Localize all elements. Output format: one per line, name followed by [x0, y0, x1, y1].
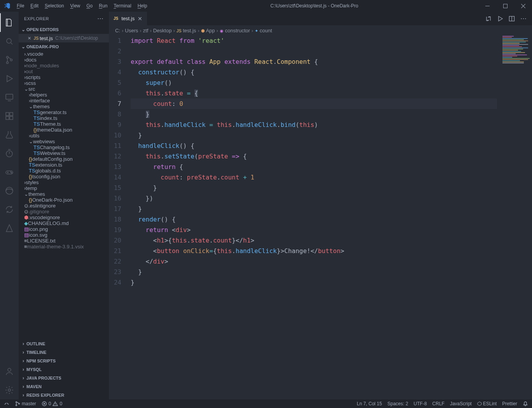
- section-outline[interactable]: ›OUTLINE: [19, 339, 109, 348]
- section-npm-scripts[interactable]: ›NPM SCRIPTS: [19, 357, 109, 365]
- indent-indicator[interactable]: Spaces: 2: [387, 401, 408, 406]
- breadcrumb-segment[interactable]: C:: [115, 28, 120, 33]
- file-item[interactable]: {}OneDark-Pro.json: [19, 197, 109, 203]
- split-icon[interactable]: [509, 16, 515, 22]
- file-item[interactable]: TSChangelog.ts: [19, 144, 109, 150]
- file-item[interactable]: ≡LICENSE.txt: [19, 238, 109, 244]
- timer-icon[interactable]: [0, 144, 19, 163]
- menu-terminal[interactable]: Terminal: [110, 3, 134, 9]
- file-item[interactable]: TSTheme.ts: [19, 121, 109, 127]
- gamepad-icon[interactable]: [0, 163, 19, 181]
- file-item[interactable]: ≡material-theme-3.9.1.vsix: [19, 244, 109, 250]
- menu-run[interactable]: Run: [96, 3, 110, 9]
- file-item[interactable]: ⊙.gitignore: [19, 209, 109, 215]
- eslint-indicator[interactable]: ESLint: [477, 401, 497, 406]
- breadcrumb[interactable]: C: › Users › ztf › Desktop › JS test.js …: [109, 25, 532, 35]
- source-control-icon[interactable]: [0, 51, 19, 69]
- section-redis-explorer[interactable]: ›REDIS EXPLORER: [19, 391, 109, 399]
- problems-indicator[interactable]: 0 0: [42, 401, 62, 406]
- search-icon[interactable]: [0, 32, 19, 51]
- remote-icon[interactable]: [0, 88, 19, 107]
- file-item[interactable]: ⬢.vscodeignore: [19, 215, 109, 220]
- file-item[interactable]: ▨icon.png: [19, 226, 109, 232]
- file-item[interactable]: {}themeData.json: [19, 127, 109, 133]
- explorer-icon[interactable]: [0, 13, 19, 32]
- menu-selection[interactable]: Selection: [42, 3, 67, 9]
- folder-item[interactable]: ›scripts: [19, 74, 109, 80]
- folder-item[interactable]: ›out: [19, 69, 109, 74]
- breadcrumb-segment[interactable]: ⬢ App: [201, 28, 215, 33]
- prettier-indicator[interactable]: Prettier: [502, 401, 517, 406]
- menu-go[interactable]: Go: [83, 3, 96, 9]
- eol-indicator[interactable]: CRLF: [432, 401, 444, 406]
- run-icon[interactable]: [497, 16, 503, 22]
- file-item[interactable]: TSWebview.ts: [19, 150, 109, 156]
- breadcrumb-segment[interactable]: ✦ count: [255, 28, 272, 33]
- folder-item[interactable]: ⌄themes: [19, 191, 109, 197]
- cursor-position[interactable]: Ln 7, Col 15: [357, 401, 382, 406]
- close-tab-icon[interactable]: ✕: [138, 16, 142, 22]
- breadcrumb-segment[interactable]: ztf: [143, 28, 149, 33]
- section-mysql[interactable]: ›MYSQL: [19, 365, 109, 374]
- folder-item[interactable]: ⌄src: [19, 86, 109, 92]
- minimap[interactable]: [501, 35, 532, 113]
- maximize-button[interactable]: [496, 0, 514, 12]
- notifications-icon[interactable]: [523, 401, 528, 406]
- folder-item[interactable]: ›helpers: [19, 92, 109, 98]
- edge-icon[interactable]: [0, 181, 19, 200]
- folder-item[interactable]: ›styles: [19, 179, 109, 185]
- more-icon[interactable]: ⋯: [520, 15, 527, 22]
- language-indicator[interactable]: JavaScript: [450, 401, 472, 406]
- file-item[interactable]: TSextension.ts: [19, 162, 109, 168]
- section-java-projects[interactable]: ›JAVA PROJECTS: [19, 374, 109, 382]
- section-maven[interactable]: ›MAVEN: [19, 382, 109, 391]
- run-debug-icon[interactable]: [0, 69, 19, 88]
- file-item[interactable]: ◆CHANGELOG.md: [19, 220, 109, 226]
- extensions-icon[interactable]: [0, 107, 19, 125]
- settings-icon[interactable]: [0, 381, 19, 399]
- folder-item[interactable]: ›temp: [19, 185, 109, 191]
- minimize-button[interactable]: [478, 0, 496, 12]
- account-icon[interactable]: [0, 362, 19, 381]
- breadcrumb-segment[interactable]: Desktop: [153, 28, 172, 33]
- sidebar-more-icon[interactable]: ⋯: [97, 15, 104, 22]
- file-item[interactable]: TSgenerator.ts: [19, 109, 109, 115]
- folder-item[interactable]: ›.vscode: [19, 51, 109, 57]
- close-icon[interactable]: ✕: [26, 36, 33, 41]
- menu-view[interactable]: View: [67, 3, 83, 9]
- encoding-indicator[interactable]: UTF-8: [414, 401, 427, 406]
- folder-item[interactable]: ›scss: [19, 80, 109, 86]
- folder-item[interactable]: ⌄themes: [19, 104, 109, 109]
- testing-icon[interactable]: [0, 125, 19, 144]
- breadcrumb-segment[interactable]: JS test.js: [177, 28, 196, 33]
- ts-icon: TS: [33, 109, 40, 115]
- compare-icon[interactable]: [485, 16, 492, 22]
- open-editor-item[interactable]: ✕ JS test.js C:\Users\ztf\Desktop: [19, 34, 109, 42]
- sync-icon[interactable]: [0, 200, 19, 219]
- file-item[interactable]: {}defaultConfig.json: [19, 156, 109, 162]
- file-item[interactable]: {}tsconfig.json: [19, 174, 109, 179]
- menu-edit[interactable]: Edit: [27, 3, 42, 9]
- code-editor[interactable]: 123456789101112131415161718192021222324 …: [109, 35, 532, 399]
- file-item[interactable]: ⊙.eslintignore: [19, 203, 109, 209]
- open-editors-header[interactable]: ⌄ OPEN EDITORS: [19, 25, 109, 34]
- remote-button[interactable]: [4, 401, 9, 406]
- folder-item[interactable]: ›utils: [19, 133, 109, 139]
- branch-indicator[interactable]: master: [15, 401, 36, 406]
- folder-item[interactable]: ›docs: [19, 57, 109, 63]
- menu-file[interactable]: File: [14, 3, 27, 9]
- file-item[interactable]: ▨icon.svg: [19, 232, 109, 238]
- section-timeline[interactable]: ›TIMELINE: [19, 348, 109, 357]
- azure-icon[interactable]: [0, 219, 19, 237]
- folder-item[interactable]: ›node_modules: [19, 63, 109, 69]
- folder-item[interactable]: ⌄webviews: [19, 139, 109, 144]
- tab-test-js[interactable]: JS test.js ✕: [109, 12, 147, 25]
- folder-item[interactable]: ›interface: [19, 98, 109, 104]
- file-item[interactable]: TSindex.ts: [19, 115, 109, 121]
- file-item[interactable]: TSglobals.d.ts: [19, 168, 109, 174]
- close-button[interactable]: [514, 0, 532, 12]
- breadcrumb-segment[interactable]: ◉ constructor: [220, 28, 250, 33]
- project-header[interactable]: ⌄ ONEDARK-PRO: [19, 42, 109, 51]
- menu-help[interactable]: Help: [135, 3, 150, 9]
- breadcrumb-segment[interactable]: Users: [125, 28, 138, 33]
